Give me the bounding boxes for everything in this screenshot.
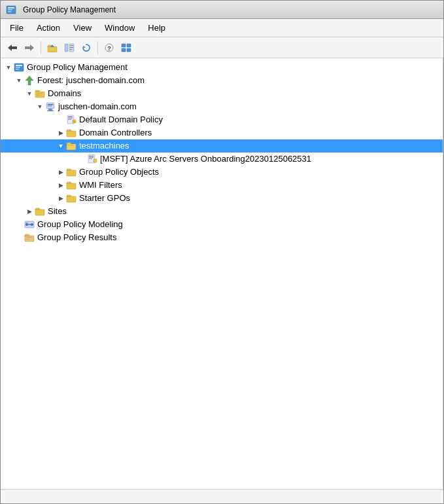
- azure-arc-label: [MSFT] Azure Arc Servers Onboarding20230…: [100, 153, 311, 166]
- tree-node-domains[interactable]: ▼ Domains: [1, 87, 443, 100]
- testmachines-label: testmachines: [79, 139, 129, 153]
- svg-rect-51: [67, 196, 76, 202]
- svg-rect-37: [68, 118, 73, 118]
- expand-gpo[interactable]: ▶: [56, 167, 66, 177]
- svg-rect-36: [68, 117, 73, 117]
- sites-label: Sites: [48, 205, 67, 218]
- root-label: Group Policy Management: [27, 61, 128, 74]
- expand-domain-controllers[interactable]: ▶: [56, 128, 66, 138]
- toolbar: ?: [1, 37, 443, 58]
- svg-rect-23: [16, 65, 22, 66]
- svg-marker-15: [83, 46, 86, 48]
- svg-rect-45: [89, 156, 94, 156]
- tree-node-sites[interactable]: ▶ Sites: [1, 205, 443, 218]
- domain-icon: [45, 101, 56, 112]
- svg-rect-60: [26, 239, 30, 240]
- forest-label: Forest: juschen-domain.com: [37, 74, 145, 87]
- gp-modeling-icon: [24, 219, 35, 230]
- tree-node-domain-juschen[interactable]: ▼ juschen-domain.com: [1, 100, 443, 113]
- menu-action[interactable]: Action: [30, 20, 67, 35]
- tree-node-azure-arc[interactable]: ▶ [MSFT] Azure Arc Servers Onboarding202…: [1, 153, 443, 166]
- azure-arc-policy-icon: [87, 154, 97, 164]
- svg-rect-21: [127, 48, 131, 52]
- gpo-label: Group Policy Objects: [79, 166, 159, 179]
- svg-point-54: [26, 223, 28, 226]
- svg-rect-49: [67, 170, 76, 176]
- svg-marker-26: [26, 76, 33, 85]
- svg-point-56: [31, 223, 33, 226]
- menu-help[interactable]: Help: [141, 20, 172, 35]
- title-bar-icon: [6, 5, 16, 15]
- expand-wmi[interactable]: ▶: [56, 180, 66, 190]
- title-bar: Group Policy Management: [1, 1, 443, 19]
- svg-rect-38: [68, 119, 71, 120]
- svg-rect-40: [73, 121, 75, 122]
- starter-gpos-label: Starter GPOs: [79, 192, 130, 205]
- menu-view[interactable]: View: [67, 20, 98, 35]
- svg-rect-20: [122, 48, 126, 52]
- gp-modeling-label: Group Policy Modeling: [37, 218, 123, 231]
- expand-root[interactable]: ▼: [3, 62, 14, 73]
- expand-domain-juschen[interactable]: ▼: [35, 101, 45, 112]
- starter-gpos-folder-icon: [66, 193, 77, 204]
- menu-bar: File Action View Window Help: [1, 19, 443, 37]
- extension-button[interactable]: [118, 40, 134, 56]
- svg-rect-14: [70, 49, 72, 50]
- svg-rect-10: [65, 44, 68, 52]
- title-bar-text: Group Policy Management: [23, 5, 116, 14]
- testmachines-folder-icon: [66, 141, 77, 151]
- expand-domains[interactable]: ▼: [24, 88, 35, 99]
- tree-node-root[interactable]: ▼ Group Policy Management: [1, 61, 443, 74]
- svg-rect-50: [67, 183, 76, 189]
- svg-rect-57: [26, 223, 28, 223]
- svg-rect-18: [122, 44, 126, 47]
- expand-testmachines[interactable]: ▼: [56, 141, 66, 151]
- tree-node-gp-results[interactable]: ▶ Group Policy Results: [1, 231, 443, 244]
- svg-rect-34: [47, 111, 54, 112]
- expand-starter-gpos[interactable]: ▶: [56, 193, 66, 204]
- svg-marker-4: [8, 45, 12, 51]
- back-button[interactable]: [5, 40, 20, 56]
- domains-folder-icon: [35, 88, 45, 99]
- tree-node-testmachines[interactable]: ▼ testmachines: [1, 139, 443, 153]
- tree-node-gpo[interactable]: ▶ Group Policy Objects: [1, 166, 443, 179]
- tree-panel[interactable]: ▼ Group Policy Management ▼: [1, 58, 443, 489]
- wmi-folder-icon: [66, 180, 77, 190]
- gpm-root-icon: [14, 62, 24, 73]
- svg-rect-1: [8, 7, 14, 9]
- svg-rect-19: [127, 44, 131, 47]
- tree-node-gp-modeling[interactable]: ▶ Group Policy Modeling: [1, 218, 443, 231]
- svg-text:?: ?: [107, 45, 111, 52]
- toolbar-sep-1: [41, 41, 41, 54]
- svg-rect-5: [12, 46, 17, 49]
- menu-file[interactable]: File: [3, 20, 30, 35]
- expand-forest[interactable]: ▼: [14, 75, 24, 86]
- show-hide-button[interactable]: [61, 40, 77, 56]
- expand-sites[interactable]: ▶: [24, 206, 35, 217]
- default-domain-policy-label: Default Domain Policy: [79, 113, 163, 126]
- svg-rect-48: [94, 159, 97, 162]
- svg-rect-13: [70, 47, 73, 48]
- tree-node-starter-gpos[interactable]: ▶ Starter GPOs: [1, 192, 443, 205]
- up-folder-button[interactable]: [44, 40, 60, 56]
- svg-rect-46: [89, 157, 94, 158]
- tree-node-default-domain-policy[interactable]: ▶ Default Domain Policy: [1, 113, 443, 126]
- svg-rect-28: [37, 93, 43, 94]
- tree-node-domain-controllers[interactable]: ▶ Domain Controllers: [1, 126, 443, 139]
- refresh-button[interactable]: [78, 40, 94, 56]
- svg-rect-3: [8, 11, 11, 12]
- tree-node-forest[interactable]: ▼ Forest: juschen-domain.com: [1, 74, 443, 87]
- tree-node-wmi[interactable]: ▶ WMI Filters: [1, 179, 443, 192]
- menu-window[interactable]: Window: [98, 20, 141, 35]
- forest-icon: [24, 75, 35, 86]
- svg-rect-7: [25, 46, 30, 49]
- svg-rect-43: [68, 145, 74, 146]
- svg-rect-8: [48, 46, 57, 52]
- help-button[interactable]: ?: [101, 40, 117, 56]
- domain-controllers-folder-icon: [66, 128, 77, 138]
- svg-rect-41: [67, 131, 76, 137]
- domains-label: Domains: [48, 87, 81, 100]
- svg-marker-6: [30, 45, 34, 51]
- svg-rect-24: [16, 67, 20, 68]
- forward-button[interactable]: [22, 40, 37, 56]
